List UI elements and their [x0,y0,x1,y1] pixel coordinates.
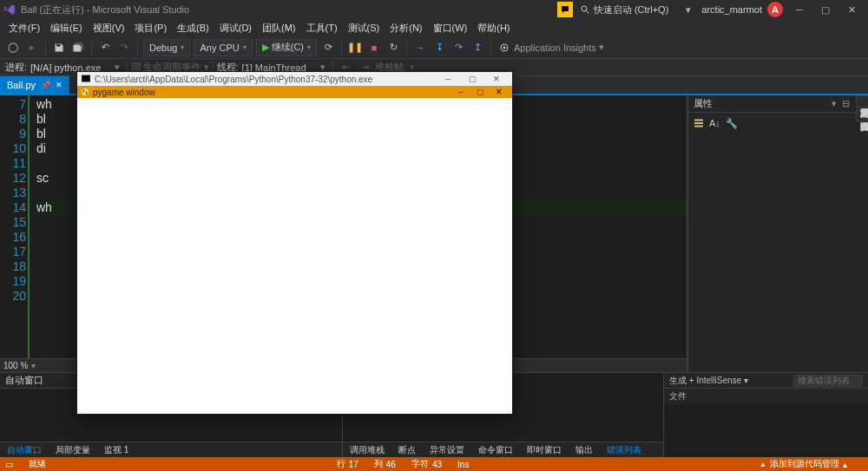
properties-title: 属性 [694,97,713,110]
status-line: 17 [349,460,358,469]
status-char: 43 [432,460,442,469]
tab-locals[interactable]: 局部变量 [49,444,97,456]
window-title: Ball (正在运行) - Microsoft Visual Studio [21,3,189,16]
save-all-icon[interactable] [69,39,87,56]
minimize-button[interactable]: ─ [786,1,812,18]
svg-rect-9 [82,75,90,82]
tab-output[interactable]: 输出 [569,444,600,456]
menu-view[interactable]: 视图(V) [88,22,130,35]
tab-command[interactable]: 命令窗口 [471,444,520,456]
redo-icon[interactable]: ↷ [115,39,133,56]
pygame-titlebar[interactable]: pygame window ─ ▢ ✕ [77,86,512,98]
menu-window[interactable]: 窗口(W) [428,22,473,35]
side-tab-team-explorer[interactable]: 团队资源管理器 [856,109,868,121]
menu-file[interactable]: 文件(F) [3,22,45,35]
tab-errorlist[interactable]: 错误列表 [600,444,648,456]
undo-icon[interactable]: ↶ [96,39,114,56]
tab-callstack[interactable]: 调用堆栈 [343,444,391,456]
pause-icon[interactable]: ❚❚ [346,39,364,56]
errorlist-search[interactable] [793,375,863,387]
menu-tools[interactable]: 工具(T) [301,22,343,35]
menu-bar: 文件(F) 编辑(E) 视图(V) 项目(P) 生成(B) 调试(D) 团队(M… [0,19,868,36]
tab-close-icon[interactable]: ✕ [56,81,62,89]
step-over-icon[interactable]: ↷ [450,39,467,56]
pygame-canvas[interactable] [77,98,512,414]
zoom-level[interactable]: 100 % [3,361,28,370]
pygame-maximize[interactable]: ▢ [470,87,490,97]
quick-launch[interactable]: 快速启动 (Ctrl+Q) [594,3,668,16]
refresh-icon[interactable]: ⟳ [319,39,337,56]
platform-dropdown[interactable]: Any CPU▾ [194,39,252,56]
status-ins: Ins [457,460,469,469]
menu-test[interactable]: 测试(S) [343,22,385,35]
tab-breakpoints[interactable]: 断点 [391,444,423,456]
status-line-label: 行 [337,458,345,470]
status-bar: ▭ 就绪 行 17 列 46 字符 43 Ins ▲ 添加到源代码管理 ▴ [0,457,868,471]
search-icon[interactable] [580,4,590,15]
status-scm[interactable]: ▲ 添加到源代码管理 ▴ [760,458,847,470]
status-col: 46 [386,460,396,469]
build-filter[interactable]: 生成 + IntelliSense ▾ [669,375,748,387]
avatar[interactable]: A [767,2,783,17]
step-into-icon[interactable]: ↧ [431,39,448,56]
maximize-button[interactable]: ▢ [812,1,838,18]
tab-watch1[interactable]: 监视 1 [97,444,135,456]
nav-back-icon[interactable]: ◯ [4,39,22,56]
tab-exceptions[interactable]: 异常设置 [423,444,471,456]
menu-project[interactable]: 项目(P) [129,22,172,35]
python-console-window[interactable]: C:\Users\arcti\AppData\Local\Programs\Py… [76,71,513,415]
panel-dropdown-icon[interactable]: ▾ [832,98,837,109]
nav-fwd-icon[interactable]: ▸ [23,39,41,56]
notification-warning-icon[interactable] [557,2,573,17]
categorized-icon[interactable] [694,118,704,128]
continue-button[interactable]: ▶ 继续(C)▾ [256,39,317,56]
tab-autos[interactable]: 自动窗口 [0,444,49,456]
wrench-icon[interactable]: 🔧 [726,118,738,129]
svg-point-10 [82,88,89,95]
line-number-gutter: 7 8 9 10 11 12 13 14 15 16 17 18 19 20 [0,95,31,358]
document-tab-ball[interactable]: Ball.py 📌 ✕ [0,76,69,94]
quick-launch-dropdown-icon[interactable]: ▾ [675,1,701,18]
pygame-minimize[interactable]: ─ [451,87,470,97]
main-toolbar: ◯ ▸ ↶ ↷ Debug▾ Any CPU▾ ▶ 继续(C)▾ ⟳ ❚❚ ■ … [0,36,868,59]
pygame-close[interactable]: ✕ [490,87,509,97]
menu-team[interactable]: 团队(M) [257,22,301,35]
svg-rect-2 [56,44,61,47]
console-titlebar[interactable]: C:\Users\arcti\AppData\Local\Programs\Py… [77,72,512,86]
menu-edit[interactable]: 编辑(E) [45,22,88,35]
insights-label[interactable]: Application Insights [514,43,596,53]
tab-immediate[interactable]: 即时窗口 [520,444,569,456]
pygame-icon [81,88,89,96]
menu-build[interactable]: 生成(B) [172,22,214,35]
pin-icon[interactable]: 📌 [41,81,50,89]
svg-rect-7 [694,126,703,128]
console-path: C:\Users\arcti\AppData\Local\Programs\Py… [95,75,372,84]
status-state: 就绪 [29,458,46,470]
console-close[interactable]: ✕ [484,73,509,85]
stop-icon[interactable]: ■ [365,39,383,56]
menu-help[interactable]: 帮助(H) [472,22,515,35]
console-maximize[interactable]: ▢ [460,73,484,85]
save-icon[interactable] [50,39,68,56]
process-label: 进程: [5,61,27,74]
svg-point-0 [582,6,587,11]
menu-debug[interactable]: 调试(D) [214,22,257,35]
col-file: 文件 [669,390,687,402]
config-dropdown[interactable]: Debug▾ [143,39,190,56]
vs-logo-icon [3,3,16,16]
side-tab-solution-explorer[interactable]: 解决方案资源管理器 [856,95,868,108]
autos-title: 自动窗口 [5,374,43,387]
pygame-title: pygame window [93,88,155,97]
alphabetical-icon[interactable]: A↓ [709,118,720,128]
close-button[interactable]: ✕ [838,1,865,18]
restart-icon[interactable]: ↻ [385,39,402,56]
console-minimize[interactable]: ─ [436,73,460,85]
status-window-icon[interactable]: ▭ [5,460,13,469]
show-next-icon[interactable]: → [411,39,429,56]
menu-analyze[interactable]: 分析(N) [385,22,427,35]
status-col-label: 列 [374,458,383,470]
step-out-icon[interactable]: ↥ [469,39,486,56]
panel-pin-icon[interactable]: ⊟ [842,98,850,109]
svg-rect-5 [694,120,703,121]
account-name[interactable]: arctic_marmot [701,4,762,15]
